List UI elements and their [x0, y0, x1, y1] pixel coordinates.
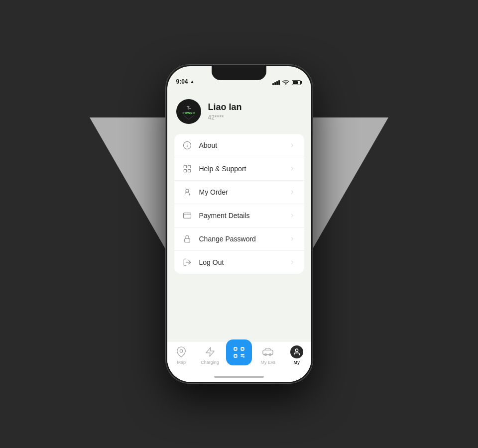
profile-info: Liao Ian 42****	[208, 102, 242, 121]
signal-bar-3	[276, 81, 278, 85]
signal-bar-2	[274, 82, 276, 85]
battery-fill	[293, 81, 298, 84]
lock-icon	[182, 234, 192, 244]
signal-icon	[272, 80, 280, 85]
status-icons	[272, 80, 302, 85]
svg-rect-25	[263, 350, 273, 354]
menu-card: About Help & Support	[174, 134, 304, 274]
chevron-right-icon	[288, 212, 296, 220]
chevron-right-icon	[288, 141, 296, 149]
signal-bar-1	[272, 83, 274, 85]
chevron-right-icon	[288, 235, 296, 243]
help-icon	[182, 164, 192, 174]
phone-notch	[212, 66, 266, 80]
time-display: 9:04	[176, 78, 188, 85]
location-arrow-icon: ▲	[190, 79, 195, 84]
status-time: 9:04 ▲	[176, 78, 195, 85]
menu-item-change-password[interactable]: Change Password	[174, 227, 304, 251]
chevron-right-icon	[288, 258, 296, 266]
nav-item-my-evs[interactable]: My Evs	[255, 345, 280, 365]
info-circle-icon	[182, 140, 192, 150]
profile-name: Liao Ian	[208, 102, 242, 112]
phone-screen: 9:04 ▲	[167, 66, 311, 382]
svg-rect-20	[241, 347, 243, 350]
battery-tip	[301, 81, 302, 84]
charging-icon	[204, 345, 217, 358]
menu-item-about[interactable]: About	[174, 134, 304, 157]
svg-point-11	[186, 189, 189, 192]
svg-rect-10	[188, 170, 190, 172]
menu-label-about: About	[199, 141, 288, 149]
nav-label-my: My	[293, 360, 300, 365]
svg-text:POWER: POWER	[182, 112, 195, 114]
svg-rect-21	[234, 354, 237, 357]
profile-id: 42****	[208, 114, 242, 121]
chevron-right-icon	[288, 188, 296, 196]
nav-label-my-evs: My Evs	[261, 360, 276, 365]
screen-content: T- POWER Liao Ian 42****	[167, 88, 311, 382]
menu-label-my-order: My Order	[199, 188, 288, 196]
menu-item-help-support[interactable]: Help & Support	[174, 157, 304, 181]
nav-label-charging: Charging	[201, 360, 219, 365]
logout-icon	[182, 257, 192, 267]
wifi-icon	[282, 80, 289, 85]
svg-rect-15	[184, 238, 190, 242]
menu-label-payment-details: Payment Details	[199, 212, 288, 220]
menu-label-change-password: Change Password	[199, 235, 288, 243]
menu-label-help-support: Help & Support	[199, 165, 288, 173]
svg-rect-13	[183, 213, 191, 219]
menu-label-log-out: Log Out	[199, 258, 288, 266]
svg-rect-8	[188, 165, 190, 168]
payment-icon	[182, 211, 192, 221]
phone-mockup: 9:04 ▲	[166, 65, 313, 383]
profile-section: T- POWER Liao Ian 42****	[167, 88, 311, 134]
phone-outer-frame: 9:04 ▲	[166, 65, 313, 383]
tpower-logo: T- POWER	[178, 101, 200, 122]
scan-icon	[226, 339, 252, 365]
svg-point-0	[285, 84, 286, 85]
map-icon	[175, 345, 188, 358]
menu-item-my-order[interactable]: My Order	[174, 181, 304, 204]
nav-label-map: Map	[177, 360, 186, 365]
home-indicator	[214, 376, 264, 378]
order-icon	[182, 187, 192, 197]
svg-point-28	[295, 349, 298, 351]
svg-rect-19	[234, 347, 237, 350]
nav-item-my[interactable]: My	[284, 345, 309, 365]
svg-marker-18	[206, 347, 214, 356]
svg-text:T-: T-	[187, 106, 191, 111]
svg-rect-9	[184, 170, 186, 172]
my-evs-icon	[261, 345, 274, 358]
nav-item-charging[interactable]: Charging	[198, 345, 223, 365]
battery-icon	[292, 80, 302, 85]
signal-bar-4	[278, 80, 280, 85]
svg-rect-7	[184, 165, 186, 168]
my-icon	[290, 345, 303, 358]
menu-item-log-out[interactable]: Log Out	[174, 251, 304, 274]
nav-item-map[interactable]: Map	[169, 345, 194, 365]
nav-item-scan[interactable]	[226, 345, 252, 366]
chevron-right-icon	[288, 165, 296, 173]
menu-item-payment-details[interactable]: Payment Details	[174, 204, 304, 227]
avatar: T- POWER	[176, 99, 201, 124]
svg-point-17	[180, 349, 183, 352]
